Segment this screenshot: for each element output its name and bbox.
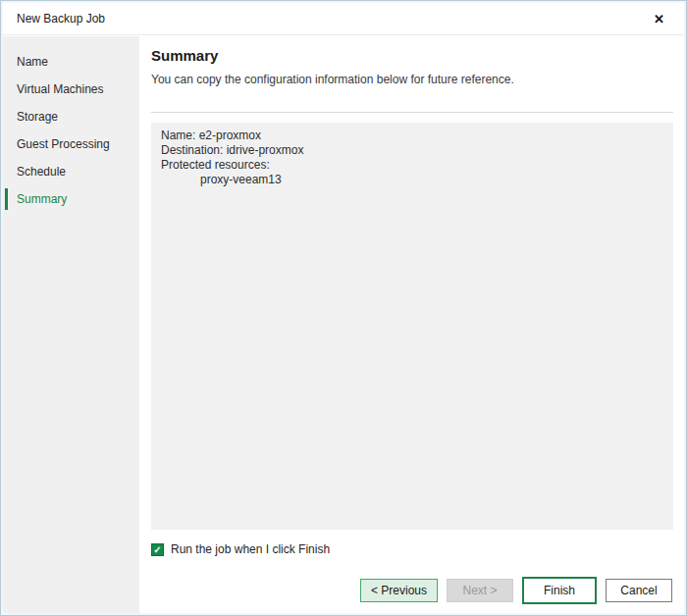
summary-line-destination: Destination: idrive-proxmox — [161, 143, 303, 157]
header-divider — [151, 112, 673, 113]
sidebar-item-label: Summary — [17, 192, 67, 206]
content-pane: Summary You can copy the configuration i… — [139, 36, 684, 613]
next-button[interactable]: Next > — [447, 579, 513, 602]
sidebar-item-label: Name — [17, 55, 48, 69]
sidebar-item-label: Schedule — [17, 165, 66, 179]
previous-button[interactable]: < Previous — [360, 579, 438, 602]
title-bar: New Backup Job ✕ — [3, 3, 684, 35]
close-icon[interactable]: ✕ — [648, 11, 670, 27]
sidebar-item-virtual-machines[interactable]: Virtual Machines — [3, 76, 139, 103]
summary-text-box[interactable]: Name: e2-proxmox Destination: idrive-pro… — [151, 123, 673, 530]
run-job-checkbox-row: ✓ Run the job when I click Finish — [151, 542, 673, 556]
sidebar-item-guest-processing[interactable]: Guest Processing — [3, 130, 139, 158]
new-backup-job-window: New Backup Job ✕ Name Virtual Machines S… — [0, 0, 687, 616]
run-job-checkbox-label: Run the job when I click Finish — [171, 542, 330, 556]
wizard-steps-sidebar: Name Virtual Machines Storage Guest Proc… — [3, 36, 139, 613]
finish-button[interactable]: Finish — [522, 577, 597, 604]
active-step-bar — [5, 188, 8, 210]
sidebar-item-label: Storage — [17, 110, 58, 124]
page-description: You can copy the configuration informati… — [151, 73, 673, 86]
summary-line-resource-item: proxy-veeam13 — [161, 173, 282, 186]
page-title: Summary — [151, 47, 673, 64]
sidebar-item-label: Guest Processing — [17, 137, 110, 151]
window-title: New Backup Job — [17, 12, 105, 26]
cancel-button[interactable]: Cancel — [606, 579, 672, 602]
sidebar-item-storage[interactable]: Storage — [3, 103, 139, 130]
summary-line-protected-resources: Protected resources: — [161, 158, 270, 172]
run-job-checkbox[interactable]: ✓ — [151, 543, 164, 556]
sidebar-item-name[interactable]: Name — [3, 48, 139, 76]
sidebar-item-schedule[interactable]: Schedule — [3, 158, 139, 185]
wizard-button-row: < Previous Next > Finish Cancel — [360, 577, 672, 604]
sidebar-item-summary[interactable]: Summary — [3, 185, 139, 213]
summary-line-name: Name: e2-proxmox — [161, 128, 261, 142]
sidebar-item-label: Virtual Machines — [17, 82, 104, 96]
